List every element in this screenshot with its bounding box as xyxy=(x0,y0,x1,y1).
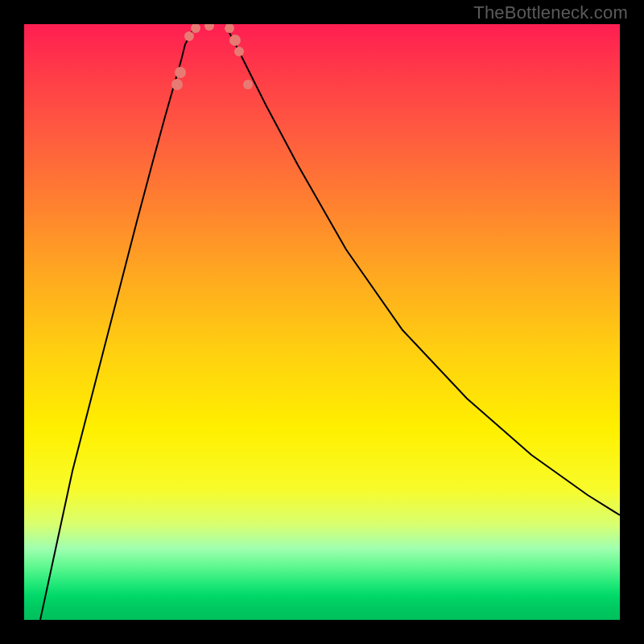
data-marker xyxy=(184,31,194,41)
data-marker xyxy=(243,80,253,89)
data-marker xyxy=(229,35,241,46)
right-curve xyxy=(225,26,620,515)
left-curve xyxy=(40,26,197,620)
chart-frame: TheBottleneck.com xyxy=(0,0,644,644)
watermark-text: TheBottleneck.com xyxy=(473,2,628,23)
plot-area xyxy=(24,24,620,620)
data-marker xyxy=(225,24,234,33)
markers-group xyxy=(171,24,253,90)
data-marker xyxy=(204,24,214,31)
curves-svg xyxy=(24,24,620,620)
data-marker xyxy=(171,79,183,90)
data-marker xyxy=(234,47,244,56)
data-marker xyxy=(175,67,186,78)
